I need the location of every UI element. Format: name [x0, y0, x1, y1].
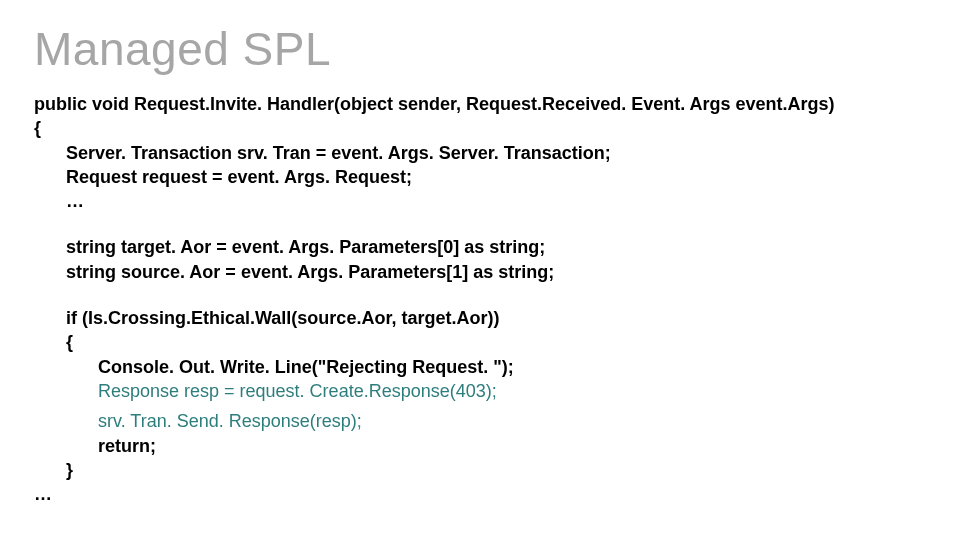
code-line-server-transaction: Server. Transaction srv. Tran = event. A…	[34, 141, 945, 165]
code-line-inner-close-brace: }	[34, 458, 945, 482]
slide-title: Managed SPL	[34, 22, 945, 76]
code-line-source-aor: string source. Aor = event. Args. Parame…	[34, 260, 945, 284]
code-line-target-aor: string target. Aor = event. Args. Parame…	[34, 235, 945, 259]
code-line-ellipsis-2: …	[34, 482, 945, 506]
code-line-if-condition: if (Is.Crossing.Ethical.Wall(source.Aor,…	[34, 306, 945, 330]
code-line-ellipsis-1: …	[34, 189, 945, 213]
code-line-send-response: srv. Tran. Send. Response(resp);	[34, 409, 945, 433]
code-line-response-create: Response resp = request. Create.Response…	[34, 379, 945, 403]
code-line-signature: public void Request.Invite. Handler(obje…	[34, 92, 945, 116]
code-line-return: return;	[34, 434, 945, 458]
code-line-inner-open-brace: {	[34, 330, 945, 354]
code-line-open-brace: {	[34, 116, 945, 140]
code-line-console-out: Console. Out. Write. Line("Rejecting Req…	[34, 355, 945, 379]
code-block: public void Request.Invite. Handler(obje…	[34, 92, 945, 506]
code-line-request: Request request = event. Args. Request;	[34, 165, 945, 189]
